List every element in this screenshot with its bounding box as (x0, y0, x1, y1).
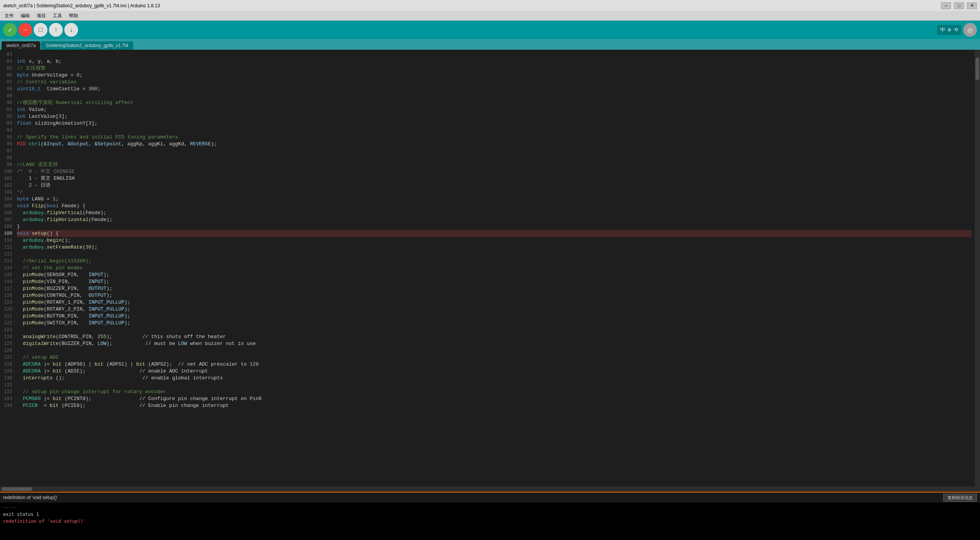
menu-project[interactable]: 项目 (34, 12, 49, 20)
maximize-button[interactable]: □ (954, 2, 964, 9)
minimize-button[interactable]: ─ (941, 2, 951, 9)
menu-file[interactable]: 文件 (2, 12, 17, 20)
close-button[interactable]: ✕ (967, 2, 977, 9)
window-controls: ─ □ ✕ (941, 2, 977, 9)
menu-help[interactable]: 帮助 (66, 12, 81, 20)
new-button[interactable]: □ (34, 23, 47, 37)
scrollbar-thumb[interactable] (975, 57, 979, 80)
upload-button[interactable]: → (18, 23, 32, 37)
console-panel: redefinition of 'void setup()' 复制错误信息 --… (0, 492, 980, 540)
line-numbers: 8384858687888990919293949596979899100101… (0, 50, 14, 486)
console-output: -----exit status 1redefinition of 'void … (0, 503, 980, 540)
menu-tools[interactable]: 工具 (50, 12, 65, 20)
h-scrollbar-thumb[interactable] (2, 487, 32, 491)
verify-button[interactable]: ✓ (3, 23, 17, 37)
editor-container: 8384858687888990919293949596979899100101… (0, 50, 980, 486)
save-button[interactable]: ↓ (64, 23, 78, 37)
vertical-scrollbar[interactable] (975, 50, 980, 486)
menu-bar: 文件 编辑 项目 工具 帮助 (0, 11, 980, 21)
tab-sketch[interactable]: sketch_oct07a (2, 41, 40, 50)
serial-monitor-button[interactable]: ◎ (963, 23, 977, 37)
title-bar: sketch_oct07a | SolderingStation2_ardubo… (0, 0, 980, 11)
lang-selector[interactable]: 中 ⚙ ⟲ (937, 24, 962, 35)
copy-error-button[interactable]: 复制错误信息 (943, 494, 977, 502)
open-button[interactable]: ↑ (49, 23, 63, 37)
lang-label: 中 ⚙ ⟲ (940, 26, 958, 33)
tab-soldering[interactable]: SolderingStation2_arduboy_gplib_v1.7t4 (41, 41, 133, 50)
console-status: redefinition of 'void setup()' (3, 495, 58, 500)
toolbar: ✓ → □ ↑ ↓ 中 ⚙ ⟲ ◎ (0, 21, 980, 39)
window-title: sketch_oct07a | SolderingStation2_ardubo… (3, 3, 160, 8)
console-toolbar: redefinition of 'void setup()' 复制错误信息 (0, 492, 980, 503)
tab-bar: sketch_oct07a SolderingStation2_arduboy_… (0, 39, 980, 50)
code-editor[interactable]: int x, y, a, b;// 欠压报警byte UnderVoltage … (14, 50, 975, 486)
horizontal-scrollbar[interactable] (0, 486, 980, 492)
menu-edit[interactable]: 编辑 (18, 12, 33, 20)
